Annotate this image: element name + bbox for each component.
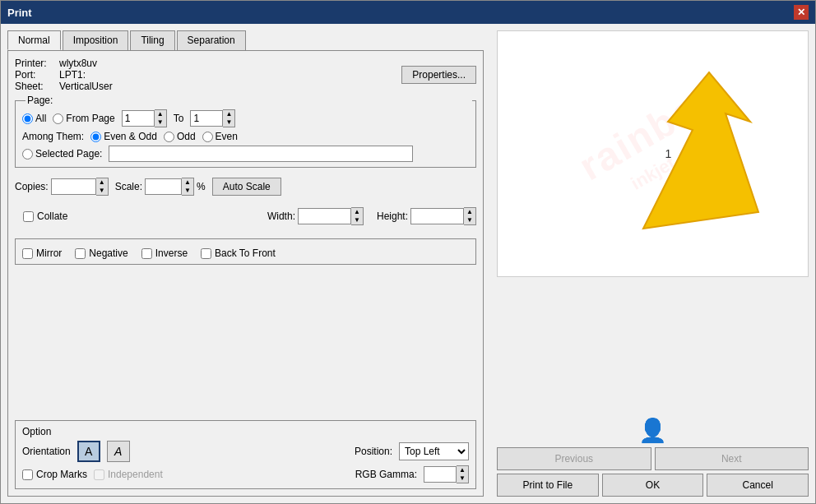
- sheet-label: Sheet:: [15, 81, 56, 92]
- negative-checkbox[interactable]: [75, 248, 86, 259]
- print-to-file-button[interactable]: Print to File: [497, 474, 599, 497]
- preview-area: rainbow inkjet 1: [497, 30, 809, 277]
- previous-button[interactable]: Previous: [497, 447, 651, 470]
- from-page-input[interactable]: 1: [122, 110, 155, 127]
- back-to-front-label: Back To Front: [215, 247, 276, 259]
- collate-label: Collate: [37, 210, 67, 222]
- port-row: Port: LPT1:: [15, 69, 113, 81]
- to-page-down[interactable]: ▼: [223, 118, 234, 127]
- portrait-button[interactable]: A: [77, 441, 100, 462]
- independent-checkbox[interactable]: [94, 469, 104, 480]
- copies-arrows: ▲ ▼: [96, 178, 109, 196]
- height-input[interactable]: 108.3mm: [410, 208, 464, 224]
- from-page-down[interactable]: ▼: [155, 118, 166, 127]
- tab-normal[interactable]: Normal: [7, 30, 61, 50]
- rgb-gamma-input[interactable]: 1.8: [424, 466, 457, 483]
- copies-spin: 1 ▲ ▼: [51, 178, 109, 196]
- collate-checkbox[interactable]: [23, 211, 34, 222]
- from-page-label: From Page: [66, 113, 114, 124]
- width-down[interactable]: ▼: [351, 216, 363, 224]
- rgb-gamma-up[interactable]: ▲: [457, 466, 468, 474]
- from-page-radio[interactable]: [53, 113, 63, 124]
- even-odd-radio-group: Even & Odd: [90, 131, 157, 142]
- height-spin: 108.3mm ▲ ▼: [410, 207, 476, 225]
- even-radio[interactable]: [202, 132, 213, 142]
- inverse-checkbox[interactable]: [141, 248, 152, 259]
- scale-up[interactable]: ▲: [182, 178, 193, 187]
- close-button[interactable]: ✕: [794, 5, 809, 20]
- crop-marks-checkbox[interactable]: [22, 469, 33, 480]
- to-page-up[interactable]: ▲: [223, 110, 234, 118]
- left-panel: Normal Imposition Tiling Separation Prin…: [1, 24, 490, 503]
- from-page-up[interactable]: ▲: [155, 110, 166, 118]
- person-icon: 👤: [497, 417, 809, 444]
- selected-page-radio[interactable]: [22, 149, 33, 160]
- position-select[interactable]: Top Left Top Center Top Right: [399, 442, 469, 460]
- ok-button[interactable]: OK: [602, 474, 704, 497]
- from-page-arrows: ▲ ▼: [155, 109, 167, 127]
- inverse-label: Inverse: [155, 247, 188, 259]
- right-panel: rainbow inkjet 1: [490, 24, 815, 503]
- to-page-input[interactable]: 1: [190, 110, 223, 127]
- port-value: LPT1:: [59, 69, 86, 81]
- right-bottom-panel: rainbow inkjet 1: [497, 30, 809, 497]
- even-odd-radio[interactable]: [90, 132, 101, 142]
- height-group: Height: 108.3mm ▲ ▼: [377, 207, 476, 225]
- transform-section: Mirror Negative Inverse Back To Fro: [15, 238, 476, 265]
- landscape-button[interactable]: A: [107, 441, 130, 462]
- selected-page-input[interactable]: [109, 146, 413, 162]
- auto-scale-button[interactable]: Auto Scale: [212, 178, 281, 196]
- copies-up[interactable]: ▲: [96, 178, 108, 187]
- scale-input[interactable]: 100: [145, 178, 182, 195]
- height-up[interactable]: ▲: [464, 208, 475, 216]
- odd-radio[interactable]: [164, 132, 174, 142]
- options-row2: Crop Marks Independent RGB Gamma: 1.8 ▲: [22, 465, 469, 483]
- scale-arrows: ▲ ▼: [182, 178, 194, 196]
- printer-details: Printer: wlytx8uv Port: LPT1: Sheet: Ver…: [15, 58, 113, 92]
- copies-down[interactable]: ▼: [96, 187, 108, 195]
- printer-info: Printer: wlytx8uv Port: LPT1: Sheet: Ver…: [15, 58, 476, 92]
- transform-row: Mirror Negative Inverse Back To Fro: [22, 247, 469, 259]
- scale-down[interactable]: ▼: [182, 187, 193, 195]
- action-buttons: Print to File OK Cancel: [497, 474, 809, 497]
- even-label: Even: [216, 131, 238, 142]
- preview-wrapper: rainbow inkjet 1: [497, 30, 809, 410]
- page-section: Page: All From Page 1: [15, 100, 476, 168]
- width-label: Width:: [267, 210, 295, 222]
- mirror-checkbox[interactable]: [22, 248, 33, 259]
- height-label: Height:: [377, 210, 408, 222]
- tab-tiling[interactable]: Tiling: [130, 30, 174, 50]
- cancel-button[interactable]: Cancel: [707, 474, 809, 497]
- back-to-front-checkbox[interactable]: [201, 248, 211, 259]
- scale-spin: 100 ▲ ▼: [145, 178, 194, 196]
- width-input[interactable]: 152mm: [298, 208, 351, 224]
- copies-label: Copies:: [15, 181, 49, 192]
- rgb-gamma-label: RGB Gamma:: [355, 469, 417, 480]
- even-radio-group: Even: [202, 131, 238, 142]
- copies-input[interactable]: 1: [51, 178, 96, 195]
- selected-page-label: Selected Page:: [35, 148, 102, 160]
- spacer: [15, 271, 476, 414]
- port-label: Port:: [15, 69, 56, 81]
- negative-label: Negative: [89, 247, 128, 259]
- properties-button[interactable]: Properties...: [401, 66, 476, 84]
- height-down[interactable]: ▼: [464, 216, 475, 224]
- rgb-gamma-down[interactable]: ▼: [457, 474, 468, 483]
- mirror-label: Mirror: [36, 247, 62, 259]
- tab-separation[interactable]: Separation: [177, 30, 246, 50]
- height-arrows: ▲ ▼: [464, 207, 476, 225]
- width-up[interactable]: ▲: [351, 208, 363, 216]
- page-range-row: All From Page 1 ▲ ▼: [22, 109, 469, 127]
- independent-label: Independent: [108, 469, 163, 480]
- percent-label: %: [197, 181, 206, 192]
- crop-marks-group: Crop Marks: [22, 469, 87, 480]
- next-button[interactable]: Next: [655, 447, 809, 470]
- options-row1: Orientation A A Position: Top Left Top C…: [22, 441, 469, 462]
- position-label: Position:: [355, 446, 392, 457]
- from-page-spin: 1 ▲ ▼: [122, 109, 167, 127]
- printer-value: wlytx8uv: [59, 58, 97, 69]
- all-radio[interactable]: [22, 113, 33, 124]
- tab-imposition[interactable]: Imposition: [63, 30, 129, 50]
- mirror-group: Mirror: [22, 247, 62, 259]
- independent-group: Independent: [94, 469, 163, 480]
